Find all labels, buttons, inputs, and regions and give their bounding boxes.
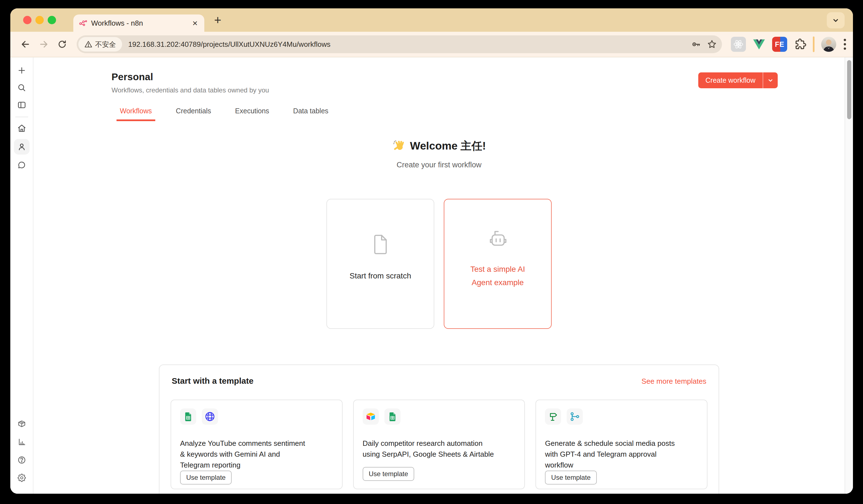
sidebar-templates-button[interactable] — [14, 416, 29, 432]
merge-nodes-icon — [567, 409, 583, 425]
browser-tab[interactable]: Workflows - n8n × — [73, 14, 204, 32]
n8n-favicon-icon — [79, 19, 87, 27]
start-from-scratch-card[interactable]: Start from scratch — [326, 199, 434, 329]
page-title: Personal — [112, 71, 269, 82]
n8n-sidebar — [10, 57, 34, 494]
page-subtitle: Workflows, credentials and data tables o… — [112, 86, 269, 94]
sidebar-insights-button[interactable] — [14, 435, 29, 450]
sidebar-chat-button[interactable] — [14, 157, 29, 173]
extensions-puzzle-button[interactable] — [794, 38, 806, 50]
sidebar-nav-group — [14, 120, 29, 176]
forward-button[interactable] — [36, 37, 52, 52]
template-card-social-media-posts[interactable]: Generate & schedule social media posts w… — [536, 400, 708, 489]
passwords-key-button[interactable] — [691, 40, 701, 49]
security-label: 不安全 — [95, 40, 116, 49]
tab-data-tables[interactable]: Data tables — [290, 107, 332, 121]
back-arrow-icon — [20, 39, 30, 49]
profile-avatar[interactable] — [821, 37, 836, 52]
signpost-icon — [548, 411, 558, 422]
signpost-icon — [545, 409, 561, 425]
sidebar-help-button[interactable] — [14, 452, 29, 468]
url-text: 192.168.31.202:40789/projects/UllXutUXNU… — [128, 40, 685, 49]
vue-logo-icon — [753, 38, 765, 50]
bar-chart-icon — [17, 437, 26, 447]
project-tabs: Workflows Credentials Executions Data ta… — [116, 107, 845, 121]
react-atom-icon — [733, 39, 744, 50]
create-workflow-label[interactable]: Create workflow — [698, 73, 763, 88]
sidebar-bottom-group — [14, 416, 29, 488]
tab-credentials[interactable]: Credentials — [173, 107, 214, 121]
key-icon — [691, 40, 701, 49]
sidebar-divider — [15, 117, 28, 117]
browser-menu-button[interactable] — [843, 38, 847, 50]
airtable-icon — [363, 409, 379, 425]
reload-icon — [58, 40, 67, 49]
template-title: Generate & schedule social media posts w… — [545, 438, 686, 470]
gear-icon — [17, 473, 26, 482]
vue-extension-button[interactable] — [753, 38, 765, 50]
google-sheets-icon — [180, 409, 196, 425]
panel-left-icon — [17, 100, 26, 110]
address-bar[interactable]: 不安全 192.168.31.202:40789/projects/UllXut… — [77, 35, 722, 53]
robot-icon — [486, 227, 510, 250]
n8n-app: Personal Workflows, credentials and data… — [10, 57, 853, 494]
ai-agent-example-card[interactable]: Test a simple AI Agent example — [444, 199, 552, 329]
airtable-icon — [365, 411, 376, 422]
reload-button[interactable] — [54, 37, 70, 52]
fe-extension-button[interactable]: FE — [772, 37, 787, 52]
react-extension-button[interactable] — [731, 37, 746, 52]
google-sheets-icon — [183, 412, 193, 422]
tab-workflows[interactable]: Workflows — [116, 107, 155, 121]
create-workflow-dropdown[interactable] — [763, 73, 778, 88]
menu-dots-icon — [843, 38, 847, 50]
new-tab-button[interactable]: + — [210, 12, 225, 28]
window-controls — [23, 8, 56, 32]
zoom-window-button[interactable] — [48, 16, 56, 24]
scrollbar-thumb[interactable] — [847, 60, 851, 119]
puzzle-icon — [794, 38, 806, 50]
back-button[interactable] — [17, 37, 33, 52]
toolbar-separator — [813, 37, 814, 52]
create-workflow-button[interactable]: Create workflow — [698, 73, 778, 88]
tab-list-chevron-button[interactable] — [827, 12, 845, 28]
browser-toolbar: 不安全 192.168.31.202:40789/projects/UllXut… — [10, 32, 853, 57]
chat-bubble-icon — [17, 160, 26, 170]
sidebar-new-button[interactable] — [14, 63, 29, 78]
star-icon — [707, 39, 717, 49]
minimize-window-button[interactable] — [35, 16, 44, 24]
help-circle-icon — [17, 455, 26, 465]
see-more-templates-link[interactable]: See more templates — [641, 377, 706, 386]
bookmark-star-button[interactable] — [707, 39, 717, 49]
google-sheets-icon — [387, 412, 398, 422]
page-header: Personal Workflows, credentials and data… — [112, 71, 778, 94]
tab-close-icon[interactable]: × — [191, 19, 199, 28]
chevron-down-icon — [767, 77, 774, 83]
sidebar-panel-toggle-button[interactable] — [14, 97, 29, 113]
page-scrollbar[interactable] — [845, 57, 853, 494]
starter-cards: Start from scratch Test a simple AI Agen… — [34, 199, 845, 329]
use-template-button[interactable]: Use template — [545, 470, 597, 484]
user-icon — [17, 142, 26, 152]
waving-hand-icon — [392, 139, 405, 153]
sidebar-personal-button[interactable] — [14, 139, 29, 155]
sidebar-search-button[interactable] — [14, 80, 29, 95]
sidebar-settings-button[interactable] — [14, 470, 29, 486]
welcome-subtitle: Create your first workflow — [34, 161, 845, 169]
tab-title: Workflows - n8n — [91, 19, 187, 28]
globe-icon — [204, 411, 215, 422]
close-window-button[interactable] — [23, 16, 32, 24]
templates-grid: Analyze YouTube comments sentiment & key… — [171, 400, 708, 489]
templates-heading: Start with a template — [172, 376, 253, 386]
search-icon — [17, 83, 26, 92]
template-card-competitor-research[interactable]: Daily competitor research automation usi… — [353, 400, 525, 489]
use-template-button[interactable]: Use template — [180, 470, 232, 484]
welcome-block: 👋 Welcome 主任! Create your first workflow — [34, 138, 845, 169]
use-template-button[interactable]: Use template — [363, 467, 414, 481]
warning-triangle-icon — [85, 40, 92, 48]
tab-executions[interactable]: Executions — [232, 107, 272, 121]
sidebar-home-button[interactable] — [14, 120, 29, 136]
browser-tab-strip: Workflows - n8n × + — [10, 8, 853, 32]
template-title: Analyze YouTube comments sentiment & key… — [180, 438, 321, 470]
site-security-chip[interactable]: 不安全 — [78, 37, 122, 52]
template-card-youtube-sentiment[interactable]: Analyze YouTube comments sentiment & key… — [171, 400, 342, 489]
